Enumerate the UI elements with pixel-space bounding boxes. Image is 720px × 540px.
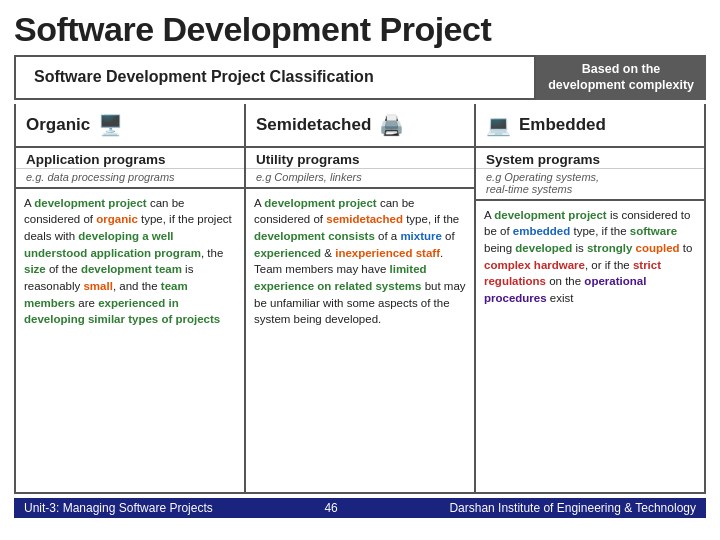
organic-header: Organic 🖥️ <box>16 104 244 148</box>
footer-right: Darshan Institute of Engineering & Techn… <box>449 501 696 515</box>
hl-developed: developed <box>515 242 572 254</box>
footer-left: Unit-3: Managing Software Projects <box>24 501 213 515</box>
hl-small: small <box>83 280 112 292</box>
semidetached-subheader: Utility programs <box>246 148 474 169</box>
hl-limited-exp: limited experience on related systems <box>254 263 427 292</box>
embedded-sub2: e.g Operating systems,real-time systems <box>476 169 704 201</box>
hl-coupled: coupled <box>636 242 680 254</box>
organic-label: Organic <box>26 115 90 135</box>
hl-developing: developing a well understood application… <box>24 230 201 259</box>
columns-container: Organic 🖥️ Application programs e.g. dat… <box>14 104 706 495</box>
hl-embedded: embedded <box>513 225 571 237</box>
hl-software: software <box>630 225 677 237</box>
hl-size: size <box>24 263 46 275</box>
embedded-column: 💻 Embedded System programs e.g Operating… <box>476 104 704 493</box>
organic-icon: 🖥️ <box>98 113 123 137</box>
semidetached-header: Semidetached 🖨️ <box>246 104 474 148</box>
embedded-body: A development project is considered to b… <box>476 201 704 493</box>
footer-center-number: 46 <box>324 501 337 515</box>
hl-dev-consists: development consists <box>254 230 375 242</box>
hl-experienced2: experienced <box>254 247 321 259</box>
hl-complex-hw: complex hardware <box>484 259 585 271</box>
semidetached-icon: 🖨️ <box>379 113 404 137</box>
hl-organic: organic <box>96 213 138 225</box>
hl-dev-project-2: development project <box>264 197 376 209</box>
hl-dev-project-3: development project <box>494 209 606 221</box>
based-on-box: Based on thedevelopment complexity <box>536 55 706 100</box>
main-container: Software Development Project Software De… <box>14 10 706 518</box>
embedded-icon: 💻 <box>486 113 511 137</box>
footer-bar: Unit-3: Managing Software Projects 46 Da… <box>14 498 706 518</box>
classification-row: Software Development Project Classificat… <box>14 55 706 100</box>
page-title: Software Development Project <box>14 10 706 49</box>
organic-subheader: Application programs <box>16 148 244 169</box>
embedded-subheader-system: System programs <box>476 148 704 169</box>
hl-semidetached: semidetached <box>326 213 403 225</box>
semidetached-body: A development project can be considered … <box>246 189 474 493</box>
organic-body: A development project can be considered … <box>16 189 244 493</box>
semidetached-label: Semidetached <box>256 115 371 135</box>
semidetached-column: Semidetached 🖨️ Utility programs e.g Com… <box>246 104 476 493</box>
hl-dev-project-1: development project <box>34 197 146 209</box>
embedded-header: 💻 Embedded <box>476 104 704 148</box>
semidetached-sub2: e.g Compilers, linkers <box>246 169 474 189</box>
organic-sub2: e.g. data processing programs <box>16 169 244 189</box>
hl-strongly: strongly <box>587 242 632 254</box>
hl-dev-team: development team <box>81 263 182 275</box>
organic-column: Organic 🖥️ Application programs e.g. dat… <box>16 104 246 493</box>
hl-mixture: mixture <box>400 230 442 242</box>
embedded-label: Embedded <box>519 115 606 135</box>
hl-inexperienced: inexperienced staff <box>335 247 440 259</box>
classification-label: Software Development Project Classificat… <box>14 55 536 100</box>
